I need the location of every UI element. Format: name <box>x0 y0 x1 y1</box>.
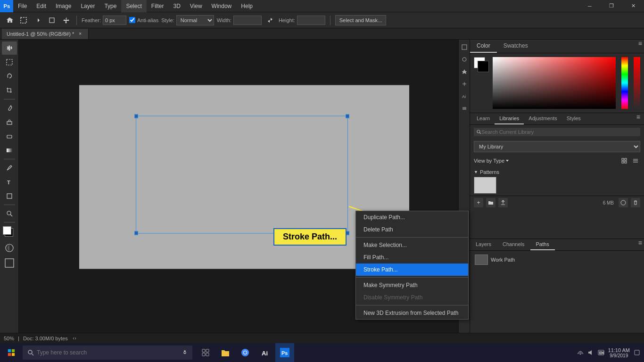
lib-select[interactable]: My Library <box>474 141 640 152</box>
side-panel-icon-4[interactable] <box>460 79 469 89</box>
style-select[interactable]: Normal Fixed Ratio Fixed Size <box>176 15 214 25</box>
crop-tool[interactable] <box>2 84 17 97</box>
menu-select[interactable]: Select <box>121 0 146 12</box>
gradient-tool[interactable] <box>2 144 17 157</box>
paths-panel-menu-btn[interactable]: ≡ <box>636 239 644 250</box>
ctx-fill-path[interactable]: Fill Path... <box>356 251 468 263</box>
menu-3d[interactable]: 3D <box>168 0 185 12</box>
swap-icon[interactable] <box>264 15 276 26</box>
tab-channels[interactable]: Channels <box>497 239 530 250</box>
select-and-mask-button[interactable]: Select and Mask... <box>335 15 387 25</box>
feather-input[interactable] <box>103 16 126 25</box>
menu-file[interactable]: File <box>13 0 32 12</box>
ctx-duplicate-path[interactable]: Duplicate Path... <box>356 211 468 223</box>
microphone-icon[interactable] <box>182 350 188 355</box>
home-icon[interactable] <box>4 15 15 26</box>
move-icon[interactable] <box>60 15 72 26</box>
lib-search-input[interactable] <box>481 129 637 135</box>
eraser-tool[interactable] <box>2 130 17 143</box>
tab-styles[interactable]: Styles <box>562 113 586 124</box>
windows-search-input[interactable] <box>37 349 179 356</box>
menu-window[interactable]: Window <box>207 0 237 12</box>
ctx-new-3d-extrusion[interactable]: New 3D Extrusion from Selected Path <box>356 307 468 319</box>
menu-layer[interactable]: Layer <box>76 0 99 12</box>
ctx-make-selection[interactable]: Make Selection... <box>356 239 468 251</box>
tab-layers[interactable]: Layers <box>470 239 497 250</box>
windows-search-bar[interactable] <box>23 346 192 360</box>
lib-folder-btn[interactable] <box>486 198 495 207</box>
taskbar-photoshop[interactable]: Ps <box>275 343 294 362</box>
color-swatches[interactable] <box>3 226 16 239</box>
taskbar-chrome[interactable] <box>236 343 255 362</box>
color-gradient[interactable] <box>493 57 616 109</box>
tab-learn[interactable]: Learn <box>472 113 495 124</box>
brush-tool[interactable] <box>2 101 17 115</box>
grid-view-btn[interactable] <box>619 156 629 165</box>
side-panel-icon-3[interactable] <box>460 67 469 76</box>
restore-button[interactable]: ❐ <box>601 0 622 12</box>
notification-icon[interactable] <box>634 349 640 356</box>
ctx-stroke-path[interactable]: Stroke Path... <box>356 263 468 276</box>
lib-delete-btn[interactable] <box>631 198 640 207</box>
lib-add-btn[interactable]: + <box>474 198 483 207</box>
taskbar-task-view[interactable] <box>196 343 215 362</box>
color-swatch-small[interactable] <box>474 57 489 72</box>
lasso-tool[interactable] <box>2 70 17 83</box>
pen-tool[interactable] <box>2 161 17 174</box>
svg-point-40 <box>244 351 247 354</box>
tab-color[interactable]: Color <box>470 40 497 53</box>
section-collapse-icon[interactable]: ▼ <box>474 170 478 174</box>
taskbar-adobe[interactable]: Ai <box>256 343 274 362</box>
pattern-preview[interactable] <box>474 177 496 194</box>
taskbar-explorer[interactable] <box>216 343 235 362</box>
tab-paths[interactable]: Paths <box>530 239 555 250</box>
selection-tool-icon[interactable] <box>18 15 29 26</box>
start-button[interactable] <box>0 343 23 362</box>
lib-info-btn[interactable] <box>619 198 628 207</box>
text-tool[interactable]: T <box>2 175 17 189</box>
view-by-type-button[interactable]: View by Type <box>474 158 509 164</box>
work-path-row[interactable]: Work Path <box>472 253 642 267</box>
ctx-delete-path[interactable]: Delete Path <box>356 223 468 236</box>
zoom-tool[interactable] <box>2 207 17 220</box>
ctx-make-symmetry[interactable]: Make Symmetry Path <box>356 279 468 291</box>
width-input[interactable] <box>233 16 262 25</box>
menu-edit[interactable]: Edit <box>32 0 51 12</box>
menu-help[interactable]: Help <box>236 0 257 12</box>
system-clock[interactable]: 11:10 AM 9/9/2019 <box>608 347 630 358</box>
selection-tool[interactable] <box>2 56 17 69</box>
anti-alias-checkbox[interactable] <box>129 17 135 23</box>
move-tool[interactable] <box>2 41 17 55</box>
side-panel-icon-5[interactable]: Ai <box>460 91 469 101</box>
list-view-btn[interactable] <box>631 156 640 165</box>
tab-adjustments[interactable]: Adjustments <box>524 113 562 124</box>
menu-image[interactable]: Image <box>51 0 76 12</box>
rect-select-icon[interactable] <box>46 15 58 26</box>
expand-status-icon[interactable] <box>72 336 77 341</box>
gradient-main[interactable] <box>493 57 616 109</box>
menu-filter[interactable]: Filter <box>147 0 169 12</box>
shape-tool[interactable] <box>2 189 17 203</box>
lib-upload-btn[interactable] <box>498 198 508 207</box>
selection-type-icon[interactable] <box>32 15 43 26</box>
tab-swatches[interactable]: Swatches <box>497 40 535 53</box>
hue-bar[interactable] <box>621 57 628 109</box>
swatch-bg[interactable] <box>478 61 489 72</box>
stamp-tool[interactable] <box>2 115 17 129</box>
menu-type[interactable]: Type <box>99 0 121 12</box>
lib-panel-menu-btn[interactable]: ≡ <box>635 113 642 124</box>
close-button[interactable]: ✕ <box>622 0 644 12</box>
alpha-bar[interactable] <box>634 57 640 109</box>
height-input[interactable] <box>297 16 325 25</box>
side-panel-icon-6[interactable] <box>460 104 469 113</box>
screen-mode-btn[interactable] <box>4 258 15 270</box>
minimize-button[interactable]: ─ <box>579 0 601 12</box>
menu-view[interactable]: View <box>185 0 207 12</box>
side-panel-icon-2[interactable] <box>460 55 469 64</box>
color-panel-menu-btn[interactable]: ≡ <box>636 40 644 53</box>
tab-close-button[interactable]: × <box>77 31 83 37</box>
quick-mask-btn[interactable] <box>4 242 15 255</box>
tab-libraries[interactable]: Libraries <box>495 113 524 124</box>
file-tab[interactable]: Untitled-1 @ 50% (RGB/8#) * × <box>2 29 89 39</box>
side-panel-icon-1[interactable] <box>460 42 469 52</box>
